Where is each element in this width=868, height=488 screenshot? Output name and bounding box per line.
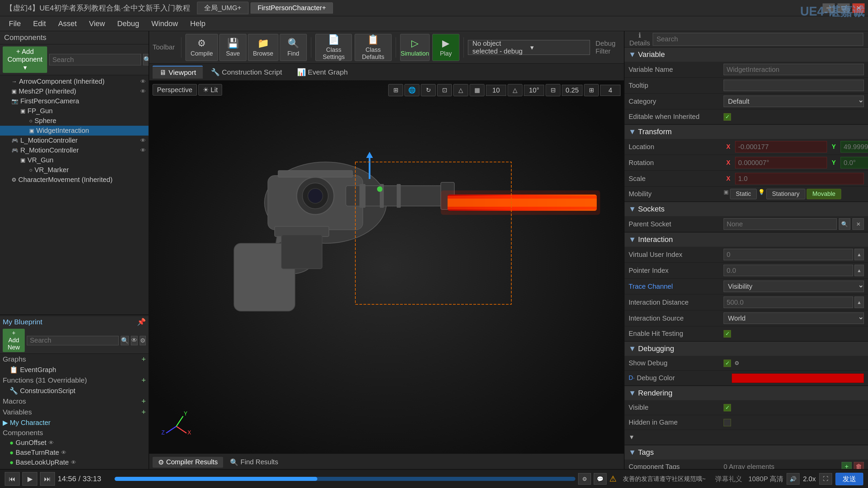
tab-construction-script[interactable]: 🔧 Construction Script <box>204 66 289 78</box>
settings-icon-btn[interactable]: ⚙ <box>578 473 591 485</box>
tab-event-graph[interactable]: 📊 Event Graph <box>290 66 355 78</box>
fullscreen-btn[interactable]: ⛶ <box>819 473 832 485</box>
eye-icon-1[interactable]: 👁 <box>140 88 146 95</box>
tree-item-arrow[interactable]: → ArrowComponent (Inherited) 👁 <box>0 77 149 86</box>
socket-search-btn[interactable]: 🔍 <box>839 218 850 230</box>
my-character-item[interactable]: ▶ My Character <box>0 418 149 428</box>
tree-item-sphere[interactable]: ○ Sphere <box>0 116 149 126</box>
category-select[interactable]: Default <box>724 96 864 107</box>
eye-icon-6[interactable]: 👁 <box>140 138 146 144</box>
add-component-button[interactable]: + Add Component ▾ <box>3 46 47 73</box>
viewport-snap-icon-4[interactable]: ⊡ <box>437 84 452 96</box>
graphs-add-icon[interactable]: + <box>141 355 146 364</box>
find-results-tab[interactable]: 🔍 Find Results <box>224 457 283 468</box>
functions-section[interactable]: Functions (31 Overridable) + <box>0 375 149 386</box>
variable-name-input[interactable] <box>724 64 864 75</box>
component-search-button[interactable]: 🔍 <box>143 54 149 65</box>
rotation-y-input[interactable] <box>841 157 868 168</box>
virtual-user-input[interactable] <box>724 249 853 260</box>
blueprint-search-input[interactable] <box>27 336 119 345</box>
static-button[interactable]: Static <box>730 189 757 199</box>
menu-window[interactable]: Window <box>146 18 183 29</box>
variables-add-icon[interactable]: + <box>141 408 146 416</box>
progress-bar[interactable] <box>115 477 575 481</box>
play-button[interactable]: ▶ Play <box>432 34 459 61</box>
pointer-index-input[interactable] <box>724 265 853 276</box>
debug-color-swatch[interactable] <box>732 373 864 383</box>
blueprint-filter-btn[interactable]: 👁 <box>131 336 138 345</box>
menu-edit[interactable]: Edit <box>27 18 51 29</box>
class-settings-button[interactable]: 📄 Class Settings <box>315 34 352 61</box>
viewport-snap-icon-5[interactable]: △ <box>453 84 468 96</box>
blueprint-options-btn[interactable]: ⚙ <box>140 336 146 345</box>
debugging-section-header[interactable]: ▼ Debugging <box>625 342 868 356</box>
tree-item-vrmarker[interactable]: ○ VR_Marker <box>0 165 149 175</box>
viewport-snap-icon-9[interactable]: ⊞ <box>584 84 599 96</box>
menu-help[interactable]: Help <box>185 18 211 29</box>
minimize-button[interactable]: ─ <box>823 3 835 13</box>
viewport-snap-icon-2[interactable]: 🌐 <box>405 84 419 96</box>
component-search-input[interactable] <box>49 54 141 65</box>
location-y-input[interactable] <box>841 141 868 152</box>
enable-hit-checkbox[interactable]: ✓ <box>724 330 731 338</box>
interaction-distance-spin-up[interactable]: ▲ <box>854 297 864 308</box>
debug-dropdown[interactable]: No object selected - debug ▾ <box>468 40 590 55</box>
snap-scale-value[interactable]: 0.25 <box>562 85 583 96</box>
gun-offset-eye[interactable]: 👁 <box>48 440 54 446</box>
snap-grid-value[interactable]: 4 <box>600 85 620 96</box>
socket-input[interactable] <box>724 218 837 230</box>
compiler-results-tab[interactable]: ⚙ Compiler Results <box>153 457 223 468</box>
transform-section-header[interactable]: ▼ Transform <box>625 125 868 139</box>
sockets-section-header[interactable]: ▼ Sockets <box>625 202 868 216</box>
skip-forward-button[interactable]: ⏭ <box>40 472 55 486</box>
viewport-snap-icon-7[interactable]: △ <box>508 84 522 96</box>
editable-checkbox[interactable]: ✓ <box>724 113 731 121</box>
menu-file[interactable]: File <box>3 18 26 29</box>
graphs-section[interactable]: Graphs + <box>0 354 149 365</box>
rendering-expand-icon[interactable]: ▼ <box>629 434 635 441</box>
variable-section-header[interactable]: ▼ Variable <box>625 47 868 62</box>
location-x-input[interactable] <box>735 141 827 152</box>
menu-debug[interactable]: Debug <box>112 18 145 29</box>
volume-btn[interactable]: 🔊 <box>787 473 800 485</box>
components-section[interactable]: Components <box>0 428 149 438</box>
macros-section[interactable]: Macros + <box>0 396 149 407</box>
tab-viewport[interactable]: 🖥 Viewport <box>153 66 203 79</box>
interaction-section-header[interactable]: ▼ Interaction <box>625 232 868 247</box>
perspective-button[interactable]: Perspective <box>153 84 197 96</box>
close-button[interactable]: ✕ <box>852 3 865 13</box>
scale-x-input[interactable] <box>735 173 864 184</box>
tree-item-vrgun[interactable]: ▣ VR_Gun <box>0 155 149 165</box>
viewport-snap-icon-8[interactable]: ⊟ <box>546 84 560 96</box>
socket-clear-btn[interactable]: ✕ <box>852 218 864 230</box>
virtual-user-spin-up[interactable]: ▲ <box>854 249 864 260</box>
snap-translate-value[interactable]: 10 <box>486 85 506 96</box>
find-button[interactable]: 🔍 Find <box>280 34 307 61</box>
viewport-snap-icon-6[interactable]: ▦ <box>470 84 485 96</box>
snap-rotate-value[interactable]: 10° <box>524 85 544 96</box>
tab-global-umg[interactable]: 全局_UMG+ <box>197 2 248 14</box>
details-icon-btn[interactable]: ℹ Details <box>629 31 650 47</box>
tree-item-mesh2p[interactable]: ▣ Mesh2P (Inherited) 👁 <box>0 86 149 96</box>
show-debug-checkbox[interactable]: ✓ <box>724 360 731 367</box>
lit-button[interactable]: ☀ Lit <box>198 84 222 96</box>
tree-item-charmovement[interactable]: ⚙ CharacterMovement (Inherited) <box>0 175 149 185</box>
class-defaults-button[interactable]: 📋 Class Defaults <box>355 34 392 61</box>
eye-icon-0[interactable]: 👁 <box>140 79 146 85</box>
maximize-button[interactable]: □ <box>837 3 850 13</box>
base-turn-rate-item[interactable]: ● BaseTurnRate 👁 <box>0 448 149 458</box>
blueprint-search-btn[interactable]: 🔍 <box>121 336 129 345</box>
tree-item-camera[interactable]: 📷 FirstPersonCamera <box>0 96 149 106</box>
simulation-button[interactable]: ▷ Simulation <box>400 34 430 61</box>
eye-icon-7[interactable]: 👁 <box>140 147 146 154</box>
functions-add-icon[interactable]: + <box>141 376 146 385</box>
variables-section[interactable]: Variables + <box>0 407 149 418</box>
tooltip-input[interactable] <box>724 80 864 91</box>
compile-button[interactable]: ⚙ Compile <box>185 34 218 61</box>
rotation-x-input[interactable] <box>735 157 827 168</box>
macros-add-icon[interactable]: + <box>141 397 146 406</box>
tree-item-rmotion[interactable]: 🎮 R_MotionController 👁 <box>0 145 149 155</box>
save-button[interactable]: 💾 Save <box>219 34 246 61</box>
viewport-snap-icon-3[interactable]: ↻ <box>421 84 436 96</box>
viewport[interactable]: Perspective ☀ Lit ⊞ 🌐 ↻ ⊡ △ ▦ 10 △ <box>149 81 624 453</box>
